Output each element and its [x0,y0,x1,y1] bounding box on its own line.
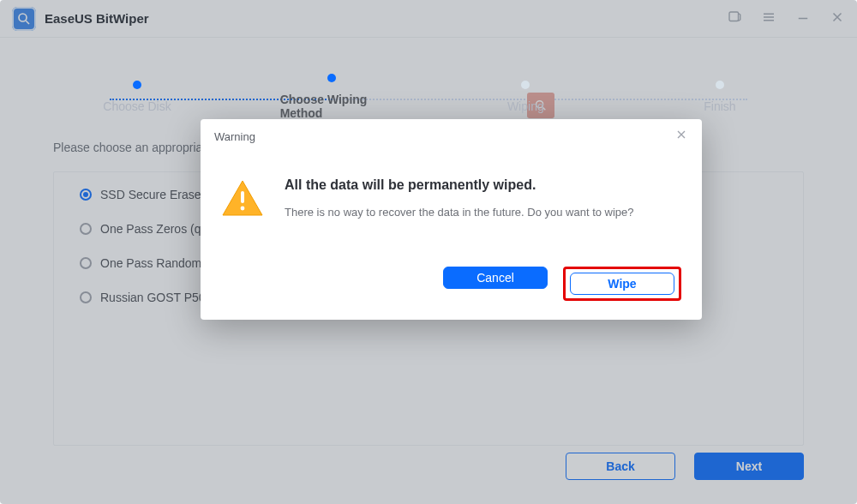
step-label-4: Finish [704,99,735,113]
svg-rect-4 [241,191,244,203]
step-dot-4 [716,81,724,89]
dialog-heading: All the data will be permanently wiped. [285,177,634,193]
dialog-message: There is no way to recover the data in t… [285,205,634,220]
dialog-close-icon[interactable] [674,128,688,145]
warning-dialog: Warning All the data will be permanently… [201,119,702,320]
wipe-button[interactable]: Wipe [570,273,674,295]
wipe-highlight: Wipe [563,267,681,301]
dialog-title: Warning [214,130,255,143]
step-label-2: Choose Wiping Method [280,93,383,120]
cancel-button[interactable]: Cancel [443,267,548,289]
step-dot-2 [327,74,336,82]
step-label-1: Choose Disk [103,99,171,113]
step-dot-1 [133,81,141,89]
warning-icon [221,177,264,224]
step-dot-3 [521,81,530,89]
main-window: EaseUS BitWiper Choose Disk Choose Wipin… [0,0,857,504]
step-label-3: Wiping [507,99,544,113]
svg-point-5 [241,207,245,211]
